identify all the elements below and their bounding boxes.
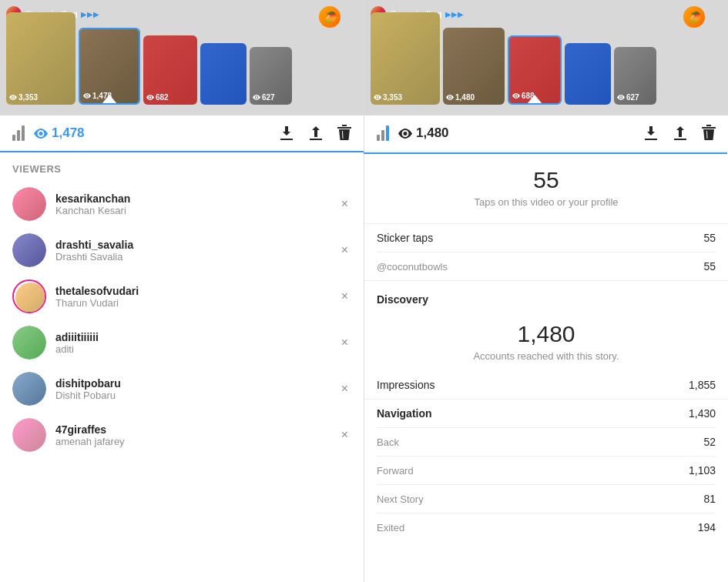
remove-viewer-button[interactable]: × xyxy=(338,379,351,399)
active-underline xyxy=(364,152,727,154)
discovery-block: Discovery 1,480 Accounts reached with th… xyxy=(364,281,728,371)
view-count-left: 1,478 xyxy=(34,125,85,141)
exited-row: Exited 194 xyxy=(377,513,716,541)
forward-value: 1,103 xyxy=(689,464,716,477)
right-panel: @rasraj_albag ▶▶▶ 🥭 3,353 1,480 xyxy=(364,0,728,582)
viewer-info: thetalesofvudari Tharun Vudari xyxy=(55,285,329,309)
forward-label: Forward xyxy=(377,465,414,477)
viewer-row: adiiitiiiiii aditi × xyxy=(0,319,364,366)
navigation-value: 1,430 xyxy=(689,407,716,420)
viewer-username: kesarikanchan xyxy=(55,192,329,205)
viewer-info: drashti_savalia Drashti Savalia xyxy=(55,239,329,263)
delete-button-right[interactable] xyxy=(702,125,716,142)
viewer-display-name: Tharun Vudari xyxy=(55,297,329,309)
taps-count: 55 xyxy=(377,167,716,193)
thumb-5[interactable]: 627 xyxy=(250,47,292,105)
viewer-row: 47giraffes amenah jafarey × xyxy=(0,412,364,458)
discovery-center: 1,480 Accounts reached with this story. xyxy=(377,315,716,371)
discovery-title: Discovery xyxy=(377,293,716,306)
impressions-section: Impressions 1,855 xyxy=(364,371,728,399)
navigation-row: Navigation 1,430 xyxy=(377,400,716,428)
delete-button[interactable] xyxy=(337,125,351,142)
right-stats-bar: 1,480 xyxy=(364,115,728,152)
analytics-icon-right[interactable] xyxy=(377,125,389,141)
coconutbowls-label: @coconutbowls xyxy=(377,261,448,273)
share-button-right[interactable] xyxy=(673,125,688,142)
remove-viewer-button[interactable]: × xyxy=(338,425,351,445)
remove-viewer-button[interactable]: × xyxy=(338,333,351,353)
viewers-section: VIEWERS kesarikanchan Kanchan Kesari × d… xyxy=(0,152,364,582)
viewer-display-name: Dishit Pobaru xyxy=(55,390,329,401)
viewer-info: dishitpobaru Dishit Pobaru xyxy=(55,377,329,401)
viewer-username: thetalesofvudari xyxy=(55,285,329,297)
left-stats-bar: 1,478 xyxy=(0,115,364,152)
sticker-taps-section: Sticker taps 55 @coconutbowls 55 xyxy=(364,224,728,280)
viewer-info: 47giraffes amenah jafarey xyxy=(55,423,329,447)
thumb-2[interactable]: 1,478 xyxy=(79,28,140,105)
viewer-row: thetalesofvudari Tharun Vudari × xyxy=(0,273,364,319)
right-thumb-1[interactable]: 3,353 xyxy=(371,12,440,105)
left-panel: @rasraj_albag ▶▶▶ 🥭 3,353 1,478 xyxy=(0,0,364,582)
avatar xyxy=(12,418,46,452)
viewer-display-name: amenah jafarey xyxy=(55,436,329,447)
right-thumb-5[interactable]: 627 xyxy=(614,47,656,105)
impressions-value: 1,855 xyxy=(689,379,716,391)
viewer-info: kesarikanchan Kanchan Kesari xyxy=(55,192,329,216)
download-button-right[interactable] xyxy=(643,125,659,142)
analytics-icon[interactable] xyxy=(12,125,25,141)
right-story-strip: @rasraj_albag ▶▶▶ 🥭 3,353 1,480 xyxy=(364,0,728,115)
viewer-username: drashti_savalia xyxy=(55,239,329,251)
remove-viewer-button[interactable]: × xyxy=(338,286,351,306)
viewer-info: adiiitiiiiii aditi xyxy=(55,331,329,355)
avatar xyxy=(12,187,46,221)
viewers-header: VIEWERS xyxy=(0,152,364,181)
remove-viewer-button[interactable]: × xyxy=(338,240,351,260)
back-value: 52 xyxy=(703,436,716,448)
impressions-label: Impressions xyxy=(377,379,434,391)
viewer-row: kesarikanchan Kanchan Kesari × xyxy=(0,181,364,227)
viewer-display-name: aditi xyxy=(55,343,329,355)
right-thumb-3[interactable]: 688 xyxy=(508,35,562,105)
share-button[interactable] xyxy=(308,125,324,142)
thumb-4[interactable] xyxy=(200,43,247,105)
viewer-row: dishitpobaru Dishit Pobaru × xyxy=(0,366,364,412)
exited-value: 194 xyxy=(698,521,716,534)
coconutbowls-row: @coconutbowls 55 xyxy=(377,253,716,280)
navigation-section: Navigation 1,430 Back 52 Forward 1,103 N… xyxy=(364,400,728,541)
thumb-1[interactable]: 3,353 xyxy=(6,12,75,105)
next-story-label: Next Story xyxy=(377,493,424,505)
taps-block: 55 Taps on this video or your profile xyxy=(364,152,728,224)
exited-label: Exited xyxy=(377,522,404,534)
navigation-label: Navigation xyxy=(377,407,432,420)
avatar xyxy=(12,233,46,267)
viewer-display-name: Kanchan Kesari xyxy=(55,205,329,216)
viewer-username: adiiitiiiiii xyxy=(55,331,329,343)
viewer-display-name: Drashti Savalia xyxy=(55,251,329,263)
thumb-3[interactable]: 682 xyxy=(143,35,197,105)
discovery-count: 1,480 xyxy=(377,321,716,347)
analytics-section: 55 Taps on this video or your profile St… xyxy=(364,152,728,582)
sticker-taps-value: 55 xyxy=(703,232,716,244)
left-story-strip: @rasraj_albag ▶▶▶ 🥭 3,353 1,478 xyxy=(0,0,364,115)
discovery-subtitle: Accounts reached with this story. xyxy=(377,350,716,362)
remove-viewer-button[interactable]: × xyxy=(338,194,351,214)
coconutbowls-value: 55 xyxy=(703,260,716,273)
right-thumb-2[interactable]: 1,480 xyxy=(443,28,505,105)
avatar xyxy=(12,279,46,313)
back-row: Back 52 xyxy=(377,428,716,457)
viewer-username: dishitpobaru xyxy=(55,377,329,390)
viewer-username: 47giraffes xyxy=(55,423,329,436)
forward-row: Forward 1,103 xyxy=(377,457,716,485)
download-button[interactable] xyxy=(279,125,294,142)
sticker-taps-label: Sticker taps xyxy=(377,232,433,244)
view-count-right: 1,480 xyxy=(398,125,449,141)
next-story-row: Next Story 81 xyxy=(377,485,716,513)
avatar xyxy=(12,372,46,406)
right-thumb-4[interactable] xyxy=(565,43,611,105)
impressions-row: Impressions 1,855 xyxy=(377,371,716,399)
viewer-row: drashti_savalia Drashti Savalia × xyxy=(0,227,364,273)
taps-subtitle: Taps on this video or your profile xyxy=(377,196,716,208)
next-story-value: 81 xyxy=(703,493,716,505)
sticker-taps-row: Sticker taps 55 xyxy=(377,224,716,253)
avatar xyxy=(12,326,46,360)
